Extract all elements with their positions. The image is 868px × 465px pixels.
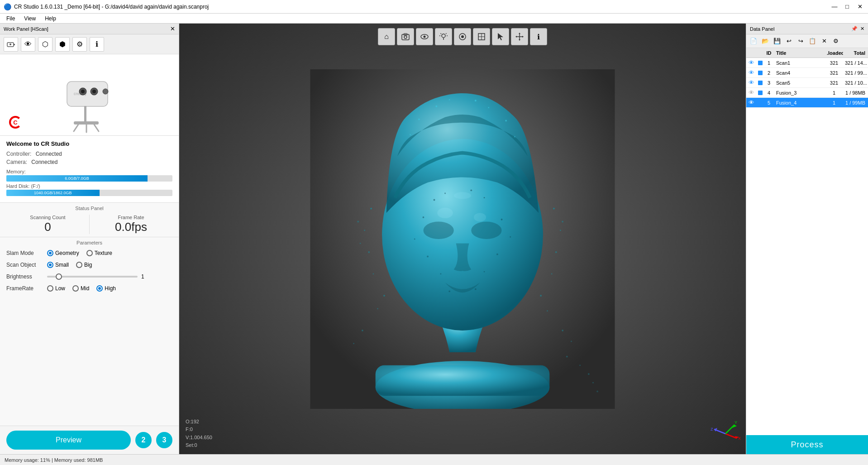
dp-settings-button[interactable]: ⚙: [830, 36, 841, 47]
svg-point-6: [81, 90, 85, 93]
row1-eye[interactable]: 👁: [749, 59, 754, 66]
visibility-button[interactable]: [416, 28, 433, 45]
table-row: 👁 2 Scan4 321 321 / 99...: [746, 68, 868, 78]
work-panel-header: Work Panel [HScan] ✕: [0, 24, 179, 34]
svg-marker-97: [714, 428, 717, 431]
svg-point-75: [437, 207, 453, 218]
row5-color: [758, 101, 763, 105]
svg-point-59: [555, 251, 557, 253]
info-toolbar-btn[interactable]: ℹ: [90, 37, 104, 52]
title-bar: 🔵 CR Studio 1.6.0.131 _Demo [64-bit] - G…: [0, 0, 868, 14]
menu-view[interactable]: View: [19, 14, 40, 23]
minimize-button[interactable]: —: [830, 2, 839, 11]
bust-visualization: [304, 69, 621, 409]
controller-row: Controller: Connected: [6, 151, 172, 157]
step-2-button[interactable]: 2: [135, 432, 152, 448]
select-button[interactable]: [492, 28, 509, 45]
slam-options: Geometry Texture: [47, 250, 112, 256]
scan-big-radio[interactable]: [76, 262, 82, 268]
status-panel-title: Status Panel: [6, 206, 172, 211]
camera-view-button[interactable]: [397, 28, 414, 45]
slam-geometry-radio[interactable]: [47, 250, 53, 256]
delete-button[interactable]: ✕: [819, 36, 830, 47]
slam-geometry-option[interactable]: Geometry: [47, 250, 79, 256]
work-panel-close[interactable]: ✕: [170, 25, 175, 32]
table-row: 👁 1 Scan1 321 321 / 14...: [746, 58, 868, 68]
maximize-button[interactable]: □: [843, 2, 852, 11]
framerate-low-option[interactable]: Low: [47, 285, 65, 292]
eye-toolbar-btn[interactable]: 👁: [21, 37, 35, 52]
wireframe-button[interactable]: [473, 28, 490, 45]
data-panel-pin[interactable]: 📌: [851, 26, 858, 32]
row3-eye[interactable]: 👁: [749, 79, 754, 86]
memory-bar-bg: 6.0GB/7.0GB: [6, 175, 172, 182]
home-view-button[interactable]: ⌂: [378, 28, 395, 45]
scan-small-option[interactable]: Small: [47, 262, 69, 268]
center-viewport[interactable]: ⌂ ℹ: [179, 24, 746, 454]
svg-marker-33: [519, 33, 520, 34]
open-button[interactable]: 📂: [760, 36, 771, 47]
slam-texture-radio[interactable]: [86, 250, 93, 256]
scanner-image: creality: [58, 68, 121, 122]
preview-button[interactable]: Preview: [6, 431, 131, 450]
svg-point-81: [484, 197, 485, 198]
svg-point-84: [414, 238, 415, 240]
svg-point-73: [592, 382, 594, 383]
status-panel: Status Panel Scanning Count 0 Frame Rate…: [0, 203, 179, 237]
svg-point-47: [418, 118, 420, 120]
left-toolbar: 👁 ⬡ ⬢ ⚙ ℹ: [0, 34, 179, 54]
svg-marker-34: [519, 39, 520, 41]
copy-button[interactable]: 📋: [807, 36, 818, 47]
data-panel-header: Data Panel 📌 ✕: [746, 24, 868, 34]
table-row[interactable]: 👁 5 Fusion_4 1 1 / 99MB: [746, 98, 868, 108]
svg-point-91: [475, 288, 477, 290]
step-3-button[interactable]: 3: [156, 432, 172, 448]
status-text: Memory usage: 11% | Memory used: 981MB: [5, 457, 103, 463]
process-button[interactable]: Process: [746, 435, 868, 454]
svg-rect-2: [14, 44, 15, 45]
main-layout: Work Panel [HScan] ✕ 👁 ⬡ ⬢ ⚙ ℹ creality: [0, 24, 868, 454]
brightness-slider[interactable]: [47, 276, 138, 278]
row2-eye[interactable]: 👁: [749, 69, 754, 76]
undo-button[interactable]: ↩: [783, 36, 794, 47]
memory-section: Memory: 6.0GB/7.0GB Hard Disk: (F:/) 104…: [6, 169, 172, 196]
new-scan-button[interactable]: 📄: [748, 36, 759, 47]
framerate-options: Low Mid High: [47, 285, 116, 292]
framerate-low-radio[interactable]: [47, 285, 53, 292]
camera-row: Camera: Connected: [6, 159, 172, 165]
save-button[interactable]: 💾: [772, 36, 782, 47]
scan-big-option[interactable]: Big: [76, 262, 92, 268]
svg-point-89: [484, 271, 485, 272]
svg-point-64: [540, 295, 542, 297]
menu-help[interactable]: Help: [40, 14, 61, 23]
coords-overlay: O:192 F:0 V:1.004.650 Set:0: [186, 418, 212, 450]
params-title: Parameters: [6, 240, 172, 245]
framerate-mid-radio[interactable]: [72, 285, 79, 292]
settings-toolbar-btn[interactable]: ⚙: [72, 37, 87, 52]
row2-color: [758, 71, 763, 75]
data-panel-close[interactable]: ✕: [860, 26, 864, 32]
slam-texture-option[interactable]: Texture: [86, 250, 112, 256]
framerate-mid-option[interactable]: Mid: [72, 285, 89, 292]
solid-view-button[interactable]: [454, 28, 471, 45]
svg-point-19: [424, 36, 426, 38]
row5-eye[interactable]: 👁: [749, 99, 754, 106]
framerate-high-option[interactable]: High: [96, 285, 116, 292]
light-button[interactable]: [435, 28, 452, 45]
shape-toolbar-btn[interactable]: ⬡: [38, 37, 52, 52]
row4-color: [758, 91, 763, 95]
close-window-button[interactable]: ✕: [855, 2, 864, 11]
scan-small-radio[interactable]: [47, 262, 53, 268]
redo-button[interactable]: ↪: [795, 36, 806, 47]
svg-point-79: [444, 192, 446, 194]
info-view-button[interactable]: ℹ: [530, 28, 547, 45]
svg-point-44: [449, 99, 450, 100]
row4-eye[interactable]: 👁: [749, 89, 754, 96]
menu-file[interactable]: File: [2, 14, 19, 23]
framerate-high-radio[interactable]: [96, 285, 103, 292]
transform-button[interactable]: [511, 28, 528, 45]
process-toolbar-btn[interactable]: ⬢: [55, 37, 70, 52]
svg-line-12: [74, 125, 78, 131]
svg-text:Y: Y: [734, 420, 737, 425]
scanner-icon-btn[interactable]: [4, 37, 18, 52]
